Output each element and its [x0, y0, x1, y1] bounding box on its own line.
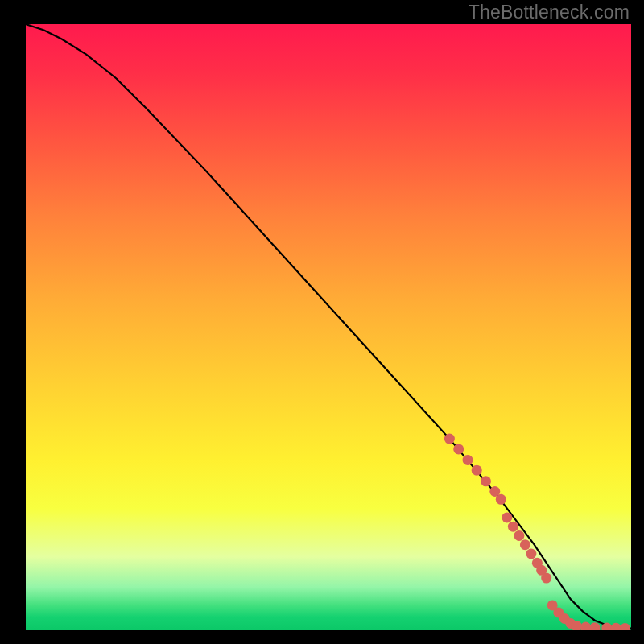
plot-area [26, 24, 631, 630]
data-marker [520, 539, 530, 550]
curve-line [26, 24, 631, 629]
data-marker [580, 622, 591, 630]
data-marker [589, 622, 600, 630]
data-marker [463, 455, 473, 465]
data-marker [444, 434, 455, 444]
data-marker [496, 494, 506, 505]
data-marker [502, 512, 512, 522]
chart-stage: TheBottleneck.com [0, 0, 644, 644]
data-marker [620, 623, 630, 630]
curve-overlay [26, 24, 631, 630]
data-marker [481, 476, 491, 486]
data-marker [514, 530, 524, 541]
curve-markers [444, 434, 630, 630]
data-marker [453, 444, 464, 454]
data-marker [611, 623, 621, 630]
data-marker [508, 522, 518, 532]
watermark-text: TheBottleneck.com [469, 2, 630, 23]
data-marker [526, 549, 536, 559]
data-marker [541, 573, 551, 584]
data-marker [472, 465, 482, 476]
